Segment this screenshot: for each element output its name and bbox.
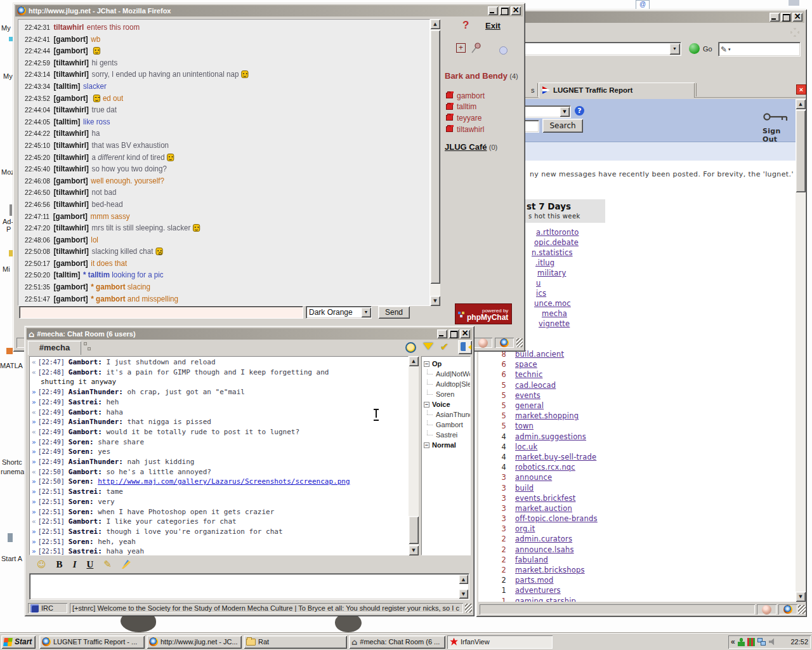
newsgroup-link[interactable]: robotics.rcx.nqc — [515, 463, 575, 472]
newsgroup-link[interactable]: market.buy-sell-trade — [515, 453, 596, 461]
newsgroup-link[interactable]: cad.leocad — [515, 381, 556, 390]
scrollbar-thumb[interactable] — [409, 516, 419, 544]
close-button[interactable] — [460, 329, 470, 338]
start-button[interactable]: Start — [1, 635, 36, 649]
irc-input[interactable]: ▲ ▼ — [29, 573, 469, 600]
newsgroup-link[interactable]: market.shopping — [515, 411, 579, 420]
newsgroup-link[interactable]: market.auction — [515, 504, 572, 513]
user-tree-item[interactable]: Soren — [423, 389, 470, 399]
mecha-scrollbar[interactable]: ▲ ▼ — [409, 356, 419, 555]
collapse-icon[interactable]: − — [424, 402, 429, 408]
close-button[interactable] — [511, 6, 521, 15]
user-list-item[interactable]: talltim — [442, 102, 523, 113]
scroll-down-button[interactable]: ▼ — [796, 592, 806, 602]
go-icon[interactable] — [689, 43, 700, 54]
mecha-titlebar[interactable]: ⌂ #mecha: Chat Room (6 users) — [27, 328, 472, 340]
desktop-icon-label[interactable]: MATLA — [0, 362, 23, 369]
panel-toggle-button[interactable] — [458, 340, 472, 354]
taskbar-task-5[interactable]: IrfanView — [447, 635, 553, 649]
send-button[interactable]: Send — [378, 306, 410, 319]
resize-grip[interactable] — [516, 338, 523, 347]
search-engine-icon[interactable]: ✎ — [721, 45, 727, 54]
taskbar-task-1[interactable]: LUGNET Traffic Report - ... — [39, 635, 145, 649]
user-tree-item[interactable]: Auldtop|Slee — [423, 379, 470, 389]
newsgroup-link[interactable]: admin.suggestions — [515, 432, 586, 441]
color-select[interactable]: Dark Orange ▼ — [306, 306, 372, 319]
bold-button[interactable]: B — [56, 559, 63, 570]
newsgroup-link[interactable]: gaming.starship — [515, 597, 576, 602]
status-circle-icon[interactable] — [499, 46, 508, 55]
newsgroup-link[interactable]: off-topic.clone-brands — [515, 514, 598, 523]
hot-newsgroup-link[interactable]: .itlug — [535, 258, 554, 267]
tab-lugnet-traffic-report[interactable]: LUGNET Traffic Report — [539, 83, 695, 98]
hot-newsgroup-link[interactable]: ics — [536, 289, 546, 298]
underline-button[interactable]: U — [86, 559, 93, 570]
search-box[interactable]: ✎ ▾ — [718, 42, 801, 56]
jchat-scrollbar[interactable]: ▲ ▼ — [430, 19, 440, 306]
maximize-button[interactable] — [781, 13, 791, 22]
confirm-icon[interactable]: ✔ — [440, 341, 449, 353]
dropdown-arrow-button[interactable]: ▼ — [560, 107, 570, 117]
scroll-up-button[interactable]: ▲ — [409, 356, 419, 366]
pushpin-icon[interactable] — [470, 42, 481, 55]
dropdown-arrow-button[interactable]: ▼ — [361, 307, 371, 317]
messenger-icon[interactable] — [738, 638, 745, 646]
scroll-down-button[interactable]: ▼ — [430, 296, 440, 306]
desktop-icon-label[interactable]: Shortc — [2, 458, 22, 466]
message-input[interactable] — [19, 306, 303, 319]
scroll-down-toggle-icon[interactable] — [423, 343, 433, 355]
phpmychat-logo[interactable]: powered by phpMyChat — [455, 303, 512, 324]
add-icon[interactable]: + — [456, 43, 466, 53]
italic-button[interactable]: I — [73, 559, 77, 570]
newsgroup-link[interactable]: announce — [515, 473, 552, 482]
hot-newsgroup-link[interactable]: mecha — [542, 309, 567, 318]
user-group-voice[interactable]: −Voice — [423, 399, 470, 409]
cafe-name[interactable]: JLUG Café — [445, 142, 487, 152]
pencil-icon[interactable]: ✎ — [103, 559, 112, 570]
user-group-op[interactable]: −Op — [423, 359, 470, 369]
volume-icon[interactable] — [769, 638, 776, 646]
newsgroup-link[interactable]: market.brickshops — [515, 566, 585, 574]
clear-brush-icon[interactable] — [122, 560, 131, 569]
hot-newsgroup-link[interactable]: vignette — [539, 319, 570, 328]
hot-newsgroup-link[interactable]: a.rtltoronto — [536, 228, 579, 237]
newsgroup-link[interactable]: space — [515, 360, 537, 369]
newsgroup-link[interactable]: org.it — [515, 524, 535, 533]
newsgroup-link[interactable]: town — [515, 421, 534, 430]
newsgroup-link[interactable]: events — [515, 391, 540, 400]
newsgroup-link[interactable]: parts.mod — [515, 576, 554, 585]
user-list-item[interactable]: gambort — [442, 90, 523, 102]
user-tree-item[interactable]: Auld|NotWo — [423, 369, 470, 379]
hot-newsgroup-link[interactable]: n.statistics — [532, 248, 573, 257]
scrollbar-thumb[interactable] — [796, 110, 806, 192]
hot-newsgroup-link[interactable]: military — [537, 269, 566, 277]
user-tree-item[interactable]: Gambort — [423, 420, 470, 430]
input-scroll-down[interactable]: ▼ — [459, 589, 468, 599]
close-tab-button[interactable]: × — [796, 84, 806, 95]
user-tree-item[interactable]: AsianThund — [423, 409, 470, 420]
browser-scrollbar[interactable]: ▲ ▼ — [796, 99, 806, 602]
input-scroll-up[interactable]: ▲ — [459, 574, 468, 584]
jchat-titlebar[interactable]: http://www.jlug.net - JChat - Mozilla Fi… — [15, 5, 523, 17]
resize-grip[interactable] — [798, 605, 806, 614]
url-dropdown-button[interactable]: ▼ — [669, 43, 680, 55]
newsgroup-link[interactable]: events.brickfest — [515, 494, 575, 503]
user-tree-item[interactable]: Sastrei — [423, 430, 470, 440]
hot-newsgroup-link[interactable]: u — [536, 279, 541, 288]
newsgroup-link[interactable]: announce.lsahs — [515, 545, 574, 554]
network-icon[interactable] — [757, 638, 766, 646]
minimize-button[interactable] — [769, 13, 780, 22]
browser-titlebar[interactable] — [478, 11, 804, 23]
desktop-icon-label[interactable]: Ad- — [3, 218, 13, 225]
hot-newsgroup-link[interactable]: unce.moc — [534, 299, 571, 308]
traffic-monitor-icon[interactable] — [747, 638, 755, 646]
newsgroup-link[interactable]: adventurers — [515, 586, 561, 595]
tray-chevron-icon[interactable]: « — [731, 637, 735, 646]
newsgroup-link[interactable]: build — [515, 484, 534, 493]
scroll-up-button[interactable]: ▲ — [430, 19, 440, 29]
channel-tab-mecha[interactable]: #mecha — [28, 341, 81, 355]
desktop-icon-label[interactable]: runema — [1, 468, 24, 475]
user-group-normal[interactable]: −Normal — [423, 440, 470, 450]
newsgroup-link[interactable]: admin.curators — [515, 534, 572, 543]
help-icon[interactable]: ? — [462, 19, 469, 32]
